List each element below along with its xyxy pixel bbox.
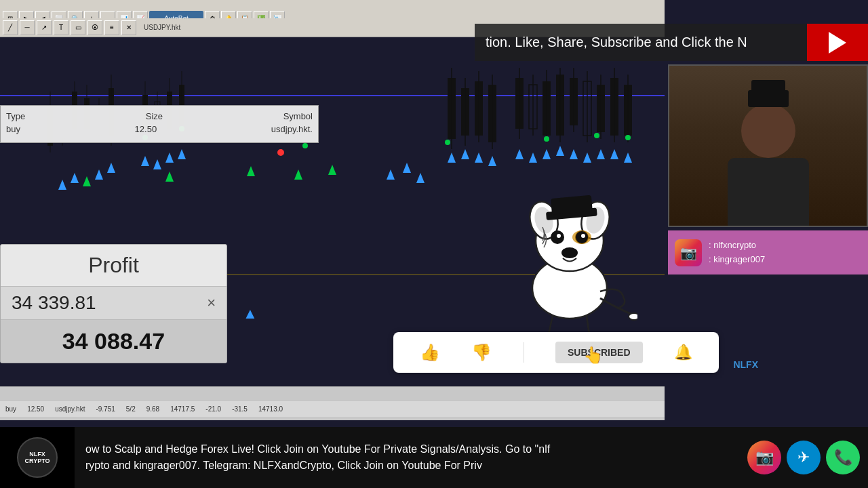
youtube-notification: tion. Like, Share, Subscribe and Click t…	[475, 24, 868, 61]
data-acc: 14717.5	[170, 405, 195, 413]
svg-point-80	[625, 135, 631, 140]
svg-marker-58	[461, 149, 469, 159]
svg-marker-73	[294, 169, 302, 180]
whatsapp-social-button[interactable]: 📞	[826, 441, 860, 474]
toolbar-btn-fan[interactable]: ⦿	[87, 20, 102, 35]
large-arrow-up: ▲	[243, 305, 258, 323]
svg-marker-65	[570, 149, 578, 159]
ticker-bar: NLFXCRYPTO ow to Scalp and Hedge Forex L…	[0, 427, 868, 488]
svg-marker-52	[165, 152, 174, 163]
svg-marker-57	[448, 152, 456, 163]
data-size2: 12.50	[27, 405, 44, 413]
person-silhouette	[728, 104, 809, 226]
nlfx-label: NLFX	[733, 359, 758, 370]
size-label: Size	[146, 111, 163, 121]
svg-marker-54	[387, 169, 395, 180]
profit-label: Profit	[1, 245, 226, 286]
type-label: Type	[6, 111, 25, 121]
instagram-icon: 📷	[675, 239, 702, 266]
ticker-logo-inner: NLFXCRYPTO	[24, 451, 50, 464]
svg-marker-50	[141, 156, 149, 166]
data-row: buy 12.50 usdjpy.hkt -9.751 5/2 9.68 147…	[0, 400, 665, 417]
data-commission: -21.0	[205, 405, 221, 413]
data-tp: 9.68	[146, 405, 159, 413]
profit-panel: Profit 34 339.81 × 34 088.47	[0, 244, 227, 363]
toolbar-btn-delete[interactable]: ✕	[121, 20, 136, 35]
data-symbol2: usdjpy.hkt	[55, 405, 85, 413]
yt-play-icon	[829, 32, 846, 54]
symbol-value: usdjpy.hkt.	[271, 124, 313, 134]
subscribe-row: 👍 👎 SUBSCRIBED 🔔	[393, 332, 719, 373]
svg-marker-53	[178, 149, 186, 159]
toolbar-btn-hline[interactable]: ─	[20, 20, 35, 35]
svg-marker-69	[624, 152, 632, 163]
profit-total-value: 34 088.47	[1, 319, 226, 363]
telegram-social-button[interactable]: ✈	[787, 441, 821, 474]
instagram-social-button[interactable]: 📷	[747, 441, 781, 474]
svg-marker-48	[95, 169, 103, 180]
toolbar-btn-text[interactable]: T	[54, 20, 68, 35]
svg-marker-71	[165, 171, 174, 182]
person-body	[728, 158, 809, 226]
svg-marker-67	[597, 149, 605, 159]
svg-marker-63	[542, 149, 551, 159]
data-sl: 5/2	[126, 405, 136, 413]
toolbar-btn-rect[interactable]: ▭	[71, 20, 85, 35]
data-extra: 14713.0	[258, 405, 283, 413]
chart-pair-label: USDJPY.hkt	[144, 24, 180, 31]
youtube-logo[interactable]	[807, 24, 868, 61]
svg-marker-61	[515, 149, 524, 159]
person-head	[741, 104, 795, 158]
profit-close-button[interactable]: ×	[207, 294, 216, 312]
svg-marker-51	[153, 159, 161, 169]
data-price: -9.751	[96, 405, 115, 413]
toolbar-btn-arrow[interactable]: ↗	[37, 20, 52, 35]
svg-marker-70	[83, 176, 91, 186]
svg-point-98	[581, 234, 585, 238]
dislike-button[interactable]: 👎	[471, 343, 492, 362]
toolbar-btn-line[interactable]: ╱	[3, 20, 18, 35]
svg-point-82	[277, 149, 284, 156]
webcam-panel	[668, 64, 868, 227]
instagram-panel: 📷 : nlfxncrypto : kingrager007	[668, 230, 868, 274]
instagram-line2: : kingrager007	[709, 253, 765, 267]
svg-point-81	[594, 133, 599, 138]
size-value: 12.50	[135, 124, 157, 134]
webcam-person	[669, 66, 867, 226]
yt-notification-text: tion. Like, Share, Subscribe and Click t…	[475, 35, 807, 50]
dog-cartoon	[502, 173, 637, 336]
svg-marker-49	[107, 163, 115, 173]
like-button[interactable]: 👍	[420, 343, 440, 362]
profit-value-row: 34 339.81 ×	[1, 286, 226, 319]
svg-point-77	[302, 143, 308, 148]
type-value: buy	[6, 124, 20, 134]
data-net: -31.5	[232, 405, 248, 413]
person-hat	[748, 90, 789, 107]
ticker-line1: ow to Scalp and Hedge Forex Live! Click …	[85, 441, 736, 458]
svg-point-91	[557, 234, 561, 238]
svg-point-93	[561, 247, 578, 258]
svg-marker-46	[58, 180, 66, 190]
ticker-line2: rypto and kingrager007. Telegram: NLFXan…	[85, 458, 736, 474]
svg-marker-56	[416, 173, 425, 183]
instagram-line1: : nlfxncrypto	[709, 239, 765, 253]
svg-marker-47	[71, 173, 79, 183]
instagram-text: : nlfxncrypto : kingrager007	[709, 239, 765, 267]
svg-marker-74	[328, 165, 336, 175]
ticker-icons: 📷 ✈ 📞	[747, 441, 868, 474]
bell-button[interactable]: 🔔	[674, 344, 692, 361]
ticker-logo-circle: NLFXCRYPTO	[17, 437, 58, 478]
svg-marker-59	[475, 152, 483, 163]
cursor-hand: 👆	[583, 346, 604, 365]
data-buy: buy	[5, 405, 16, 413]
svg-marker-64	[556, 146, 564, 156]
svg-marker-55	[403, 163, 411, 173]
svg-point-79	[544, 136, 549, 142]
profit-current-value: 34 339.81	[12, 292, 96, 314]
toolbar-btn-fib[interactable]: ≡	[104, 20, 119, 35]
svg-marker-62	[529, 152, 537, 163]
ticker-logo: NLFXCRYPTO	[0, 427, 75, 488]
divider	[524, 342, 524, 363]
svg-point-99	[629, 313, 637, 320]
trade-info-panel: Type Size Symbol buy 12.50 usdjpy.hkt.	[0, 105, 319, 143]
